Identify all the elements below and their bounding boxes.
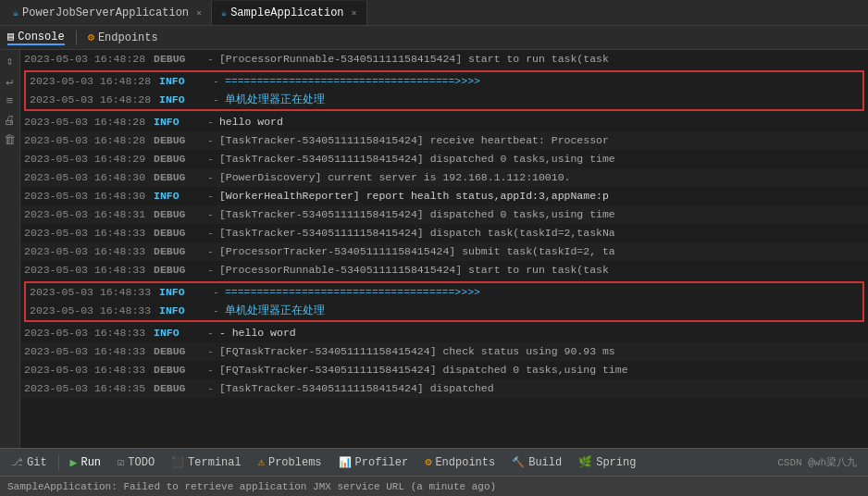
log-timestamp: 2023-05-03 16:48:28 — [30, 73, 159, 90]
status-text: SampleApplication: Failed to retrieve ap… — [7, 481, 496, 492]
log-message: [FQTaskTracker-534051111158415424] check… — [219, 343, 615, 360]
log-dash: - — [207, 362, 214, 378]
clear-icon[interactable]: 🗑 — [4, 133, 16, 147]
console-btn[interactable]: ▤ Console — [7, 30, 65, 45]
highlight-group-1: 2023-05-03 16:48:28 INFO - =============… — [24, 70, 864, 111]
log-level: INFO — [154, 325, 202, 341]
log-row: 2023-05-03 16:48:28 INFO - 单机处理器正在处理 — [26, 91, 862, 109]
log-row: 2023-05-03 16:48:33 DEBUG - [ProcessorTr… — [20, 242, 868, 261]
log-area[interactable]: 2023-05-03 16:48:28 DEBUG - [ProcessorRu… — [20, 50, 868, 448]
log-message: [TaskTracker-534051111158415424] dispatc… — [219, 380, 494, 397]
endpoints-toolbar-label: Endpoints — [98, 31, 158, 44]
endpoints-btn[interactable]: ⚙ Endpoints — [88, 31, 158, 44]
log-level: DEBUG — [154, 169, 202, 186]
log-timestamp: 2023-05-03 16:48:33 — [24, 325, 154, 341]
highlight-group-2: 2023-05-03 16:48:33 INFO - =============… — [24, 281, 864, 322]
log-row: 2023-05-03 16:48:33 DEBUG - [TaskTracker… — [20, 224, 868, 242]
terminal-btn[interactable]: ⬛ Terminal — [164, 452, 249, 474]
print-icon[interactable]: 🖨 — [4, 114, 16, 128]
log-message: hello word — [219, 114, 283, 130]
log-row: 2023-05-03 16:48:30 DEBUG - [PowerDiscov… — [20, 168, 868, 187]
endpoints-bottom-btn[interactable]: ⚙ Endpoints — [417, 452, 502, 474]
log-level: DEBUG — [154, 132, 202, 149]
log-dash: - — [207, 243, 214, 260]
log-timestamp: 2023-05-03 16:48:35 — [24, 380, 154, 397]
log-level: DEBUG — [154, 380, 202, 397]
log-dash: - — [213, 73, 219, 90]
log-level: DEBUG — [154, 51, 202, 68]
console-label: Console — [18, 31, 64, 43]
tab-powerjob[interactable]: ☕ PowerJobServerApplication ✕ — [4, 1, 212, 25]
log-message: ====================================>>>> — [225, 284, 480, 301]
log-dash: - — [207, 206, 214, 223]
tab-powerjob-close[interactable]: ✕ — [196, 7, 202, 19]
log-dash: - — [207, 169, 214, 186]
profiler-icon: 📊 — [339, 456, 352, 468]
log-row: 2023-05-03 16:48:33 INFO - =============… — [26, 283, 862, 302]
log-row: 2023-05-03 16:48:28 INFO - =============… — [26, 72, 862, 91]
log-level: DEBUG — [154, 262, 202, 279]
log-timestamp: 2023-05-03 16:48:31 — [24, 206, 154, 223]
tab-bar: ☕ PowerJobServerApplication ✕ ☕ SampleAp… — [0, 0, 868, 26]
soft-wrap-icon[interactable]: ↵ — [6, 74, 14, 89]
problems-btn[interactable]: ⚠ Problems — [251, 452, 329, 474]
log-level: DEBUG — [154, 206, 202, 223]
build-label: Build — [528, 456, 562, 469]
log-timestamp: 2023-05-03 16:48:29 — [24, 151, 154, 167]
log-timestamp: 2023-05-03 16:48:28 — [24, 51, 154, 68]
log-message: [ProcessorTracker-534051111158415424] su… — [219, 243, 615, 260]
terminal-label: Terminal — [188, 456, 242, 469]
log-timestamp: 2023-05-03 16:48:33 — [24, 243, 154, 260]
log-timestamp: 2023-05-03 16:48:33 — [24, 262, 154, 279]
todo-label: TODO — [128, 456, 155, 469]
log-timestamp: 2023-05-03 16:48:30 — [24, 188, 154, 205]
profiler-btn[interactable]: 📊 Profiler — [331, 452, 416, 474]
tab-sample[interactable]: ☕ SampleApplication ✕ — [212, 1, 366, 25]
problems-icon: ⚠ — [258, 455, 265, 469]
log-dash: - — [207, 114, 214, 130]
terminal-icon: ⬛ — [171, 456, 184, 468]
log-timestamp: 2023-05-03 16:48:33 — [30, 284, 159, 301]
todo-icon: ☑ — [118, 455, 124, 469]
log-message: - hello word — [219, 325, 296, 341]
log-dash: - — [213, 303, 219, 319]
git-btn[interactable]: ⎇ Git — [4, 452, 55, 474]
log-row: 2023-05-03 16:48:30 INFO - [WorkerHealth… — [20, 187, 868, 205]
log-level: DEBUG — [154, 343, 202, 360]
log-row: 2023-05-03 16:48:29 DEBUG - [TaskTracker… — [20, 150, 868, 168]
log-timestamp: 2023-05-03 16:48:28 — [24, 132, 154, 149]
log-dash: - — [213, 92, 219, 108]
log-message: [ProcessorRunnable-534051111158415424] s… — [219, 51, 609, 68]
log-timestamp: 2023-05-03 16:48:33 — [30, 303, 159, 319]
bottom-bar: ⎇ Git ▶ Run ☑ TODO ⬛ Terminal ⚠ Problems… — [0, 448, 868, 476]
log-row: 2023-05-03 16:48:35 DEBUG - [TaskTracker… — [20, 379, 868, 398]
log-level: DEBUG — [154, 362, 202, 378]
status-bar: SampleApplication: Failed to retrieve ap… — [0, 476, 868, 496]
log-level: DEBUG — [154, 243, 202, 260]
log-timestamp: 2023-05-03 16:48:33 — [24, 362, 154, 378]
log-level: DEBUG — [154, 225, 202, 242]
run-icon: ▶ — [70, 455, 78, 470]
tab-sample-close[interactable]: ✕ — [352, 7, 357, 19]
log-message: 单机处理器正在处理 — [225, 92, 325, 108]
log-timestamp: 2023-05-03 16:48:28 — [24, 114, 154, 130]
log-row: 2023-05-03 16:48:28 DEBUG - [TaskTracker… — [20, 131, 868, 150]
log-dash: - — [207, 262, 214, 279]
run-label: Run — [81, 456, 101, 469]
todo-btn[interactable]: ☑ TODO — [110, 452, 162, 474]
run-btn[interactable]: ▶ Run — [63, 452, 108, 474]
log-timestamp: 2023-05-03 16:48:30 — [24, 169, 154, 186]
tab-sample-icon: ☕ — [221, 7, 227, 19]
log-row: 2023-05-03 16:48:31 DEBUG - [TaskTracker… — [20, 205, 868, 224]
git-icon: ⎇ — [11, 456, 23, 468]
spring-btn[interactable]: 🌿 Spring — [571, 452, 643, 474]
scroll-lock-icon[interactable]: ⇕ — [6, 54, 14, 68]
endpoints-bottom-icon: ⚙ — [425, 455, 431, 469]
log-dash: - — [207, 151, 214, 167]
tab-powerjob-label: PowerJobServerApplication — [22, 6, 189, 19]
log-timestamp: 2023-05-03 16:48:33 — [24, 225, 154, 242]
build-btn[interactable]: 🔨 Build — [504, 452, 569, 474]
console-icon: ▤ — [7, 30, 14, 43]
log-level: INFO — [159, 284, 207, 301]
filter-icon[interactable]: ≡ — [6, 94, 14, 108]
